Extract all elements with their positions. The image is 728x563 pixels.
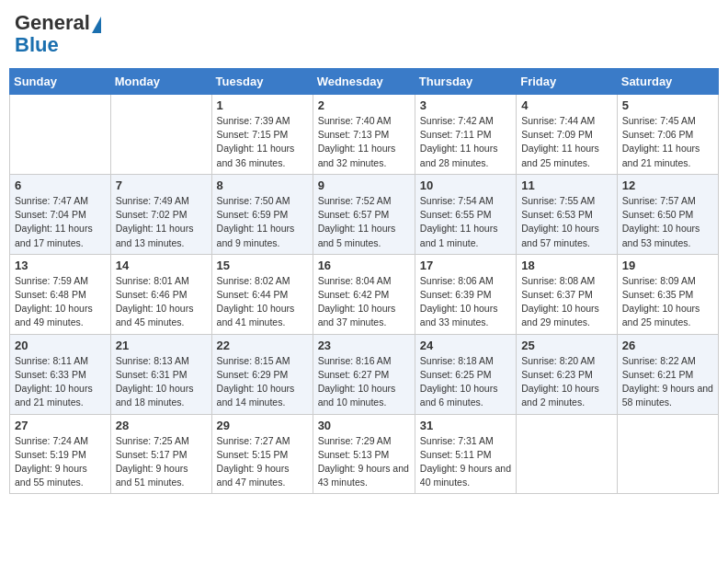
calendar-cell: 31Sunrise: 7:31 AMSunset: 5:11 PMDayligh… [415,414,516,494]
calendar-cell: 10Sunrise: 7:54 AMSunset: 6:55 PMDayligh… [415,174,516,254]
day-info: Sunrise: 8:22 AMSunset: 6:21 PMDaylight:… [622,354,713,410]
calendar-week-5: 27Sunrise: 7:24 AMSunset: 5:19 PMDayligh… [10,414,719,494]
day-info: Sunrise: 8:18 AMSunset: 6:25 PMDaylight:… [420,354,511,410]
calendar-cell: 27Sunrise: 7:24 AMSunset: 5:19 PMDayligh… [10,414,111,494]
calendar-body: 1Sunrise: 7:39 AMSunset: 7:15 PMDaylight… [10,95,719,494]
calendar-cell: 11Sunrise: 7:55 AMSunset: 6:53 PMDayligh… [517,174,618,254]
day-info: Sunrise: 7:44 AMSunset: 7:09 PMDaylight:… [521,114,612,170]
calendar-cell [517,414,618,494]
day-info: Sunrise: 7:50 AMSunset: 6:59 PMDaylight:… [217,194,308,250]
calendar-cell: 13Sunrise: 7:59 AMSunset: 6:48 PMDayligh… [10,254,111,334]
day-info: Sunrise: 7:49 AMSunset: 7:02 PMDaylight:… [116,194,207,250]
logo-triangle-icon [92,17,101,33]
day-number: 16 [318,259,410,272]
day-info: Sunrise: 8:04 AMSunset: 6:42 PMDaylight:… [318,274,410,330]
calendar-cell: 22Sunrise: 8:15 AMSunset: 6:29 PMDayligh… [211,334,313,414]
weekday-header-thursday: Thursday [415,69,516,95]
calendar-cell: 4Sunrise: 7:44 AMSunset: 7:09 PMDaylight… [517,95,618,175]
day-info: Sunrise: 7:45 AMSunset: 7:06 PMDaylight:… [622,114,713,170]
day-number: 1 [217,98,308,112]
calendar-cell: 7Sunrise: 7:49 AMSunset: 7:02 PMDaylight… [110,174,211,254]
day-info: Sunrise: 7:47 AMSunset: 7:04 PMDaylight:… [15,194,106,250]
calendar-week-4: 20Sunrise: 8:11 AMSunset: 6:33 PMDayligh… [10,334,719,414]
day-number: 15 [217,259,308,272]
logo: General Blue [15,13,101,57]
calendar-table: SundayMondayTuesdayWednesdayThursdayFrid… [9,68,719,494]
weekday-header-monday: Monday [110,69,211,95]
calendar-cell: 17Sunrise: 8:06 AMSunset: 6:39 PMDayligh… [415,254,516,334]
day-info: Sunrise: 7:39 AMSunset: 7:15 PMDaylight:… [217,114,308,170]
day-info: Sunrise: 7:55 AMSunset: 6:53 PMDaylight:… [521,194,612,250]
calendar-cell: 19Sunrise: 8:09 AMSunset: 6:35 PMDayligh… [617,254,718,334]
day-info: Sunrise: 8:11 AMSunset: 6:33 PMDaylight:… [15,354,106,410]
day-number: 31 [420,419,511,432]
day-number: 10 [420,178,511,192]
day-info: Sunrise: 8:20 AMSunset: 6:23 PMDaylight:… [521,354,612,410]
day-info: Sunrise: 7:29 AMSunset: 5:13 PMDaylight:… [318,434,410,490]
calendar-cell: 20Sunrise: 8:11 AMSunset: 6:33 PMDayligh… [10,334,111,414]
day-number: 21 [116,339,207,352]
day-info: Sunrise: 7:40 AMSunset: 7:13 PMDaylight:… [318,114,410,170]
weekday-header-saturday: Saturday [617,69,718,95]
day-info: Sunrise: 8:06 AMSunset: 6:39 PMDaylight:… [420,274,511,330]
day-info: Sunrise: 7:24 AMSunset: 5:19 PMDaylight:… [15,434,106,490]
day-number: 11 [521,178,612,192]
day-info: Sunrise: 8:02 AMSunset: 6:44 PMDaylight:… [217,274,308,330]
calendar-week-2: 6Sunrise: 7:47 AMSunset: 7:04 PMDaylight… [10,174,719,254]
calendar-cell: 29Sunrise: 7:27 AMSunset: 5:15 PMDayligh… [211,414,313,494]
day-info: Sunrise: 7:25 AMSunset: 5:17 PMDaylight:… [116,434,207,490]
day-info: Sunrise: 8:13 AMSunset: 6:31 PMDaylight:… [116,354,207,410]
calendar-cell: 16Sunrise: 8:04 AMSunset: 6:42 PMDayligh… [313,254,415,334]
day-number: 9 [318,178,410,192]
calendar-cell [10,95,111,175]
day-number: 7 [116,178,207,192]
day-number: 20 [15,339,106,352]
day-number: 23 [318,339,410,352]
day-info: Sunrise: 7:59 AMSunset: 6:48 PMDaylight:… [15,274,106,330]
calendar-cell: 1Sunrise: 7:39 AMSunset: 7:15 PMDaylight… [211,95,313,175]
day-number: 28 [116,419,207,432]
day-info: Sunrise: 8:09 AMSunset: 6:35 PMDaylight:… [622,274,713,330]
day-number: 5 [622,98,713,112]
day-number: 4 [521,98,612,112]
weekday-header-friday: Friday [517,69,618,95]
weekday-header-sunday: Sunday [10,69,111,95]
day-info: Sunrise: 8:08 AMSunset: 6:37 PMDaylight:… [521,274,612,330]
calendar-cell: 14Sunrise: 8:01 AMSunset: 6:46 PMDayligh… [110,254,211,334]
calendar-cell: 12Sunrise: 7:57 AMSunset: 6:50 PMDayligh… [617,174,718,254]
calendar-cell: 15Sunrise: 8:02 AMSunset: 6:44 PMDayligh… [211,254,313,334]
day-number: 26 [622,339,713,352]
day-number: 2 [318,98,410,112]
day-info: Sunrise: 7:57 AMSunset: 6:50 PMDaylight:… [622,194,713,250]
calendar-cell: 3Sunrise: 7:42 AMSunset: 7:11 PMDaylight… [415,95,516,175]
day-number: 3 [420,98,511,112]
day-number: 12 [622,178,713,192]
logo-blue: Blue [15,33,59,57]
calendar-cell: 8Sunrise: 7:50 AMSunset: 6:59 PMDaylight… [211,174,313,254]
weekday-header-tuesday: Tuesday [211,69,313,95]
day-number: 27 [15,419,106,432]
calendar-cell: 21Sunrise: 8:13 AMSunset: 6:31 PMDayligh… [110,334,211,414]
calendar-cell: 2Sunrise: 7:40 AMSunset: 7:13 PMDaylight… [313,95,415,175]
calendar-cell [110,95,211,175]
calendar-cell [617,414,718,494]
calendar-cell: 25Sunrise: 8:20 AMSunset: 6:23 PMDayligh… [517,334,618,414]
day-number: 13 [15,259,106,272]
day-number: 29 [217,419,308,432]
day-info: Sunrise: 7:31 AMSunset: 5:11 PMDaylight:… [420,434,511,490]
day-info: Sunrise: 7:27 AMSunset: 5:15 PMDaylight:… [217,434,308,490]
calendar-cell: 6Sunrise: 7:47 AMSunset: 7:04 PMDaylight… [10,174,111,254]
day-number: 6 [15,178,106,192]
calendar-cell: 23Sunrise: 8:16 AMSunset: 6:27 PMDayligh… [313,334,415,414]
calendar-week-3: 13Sunrise: 7:59 AMSunset: 6:48 PMDayligh… [10,254,719,334]
day-number: 19 [622,259,713,272]
day-number: 17 [420,259,511,272]
logo-general: General [15,13,90,33]
day-number: 14 [116,259,207,272]
calendar-cell: 28Sunrise: 7:25 AMSunset: 5:17 PMDayligh… [110,414,211,494]
page-header: General Blue [9,9,719,61]
day-number: 8 [217,178,308,192]
calendar-header-row: SundayMondayTuesdayWednesdayThursdayFrid… [10,69,719,95]
day-info: Sunrise: 7:54 AMSunset: 6:55 PMDaylight:… [420,194,511,250]
day-number: 25 [521,339,612,352]
